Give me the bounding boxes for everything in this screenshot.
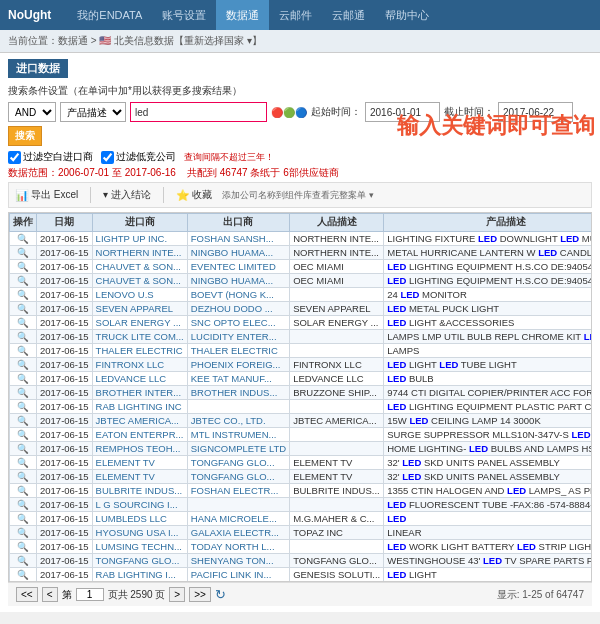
row-importer[interactable]: SOLAR ENERGY ... [92,316,187,330]
row-exporter[interactable] [187,400,289,414]
row-action[interactable]: 🔍 [10,498,37,512]
date-end-input[interactable] [498,102,573,122]
page-first-button[interactable]: << [16,587,38,602]
row-action[interactable]: 🔍 [10,330,37,344]
row-importer[interactable]: LUMBLEDS LLC [92,512,187,526]
row-action[interactable]: 🔍 [10,526,37,540]
row-exporter[interactable]: NINGBO HUAMA... [187,274,289,288]
row-importer[interactable]: ELEMENT TV [92,456,187,470]
row-importer[interactable]: RAB LIGHTING INC [92,400,187,414]
row-importer[interactable]: REMPHOS TEOH... [92,442,187,456]
row-exporter[interactable]: SNC OPTO ELEC... [187,316,289,330]
row-importer[interactable]: RAB LIGHTING I... [92,568,187,582]
row-recipient [290,442,384,456]
row-action[interactable]: 🔍 [10,302,37,316]
row-action[interactable]: 🔍 [10,316,37,330]
row-exporter[interactable]: TONGFANG GLO... [187,456,289,470]
row-importer[interactable]: BULBRITE INDUS... [92,484,187,498]
row-action[interactable]: 🔍 [10,414,37,428]
row-action[interactable]: 🔍 [10,540,37,554]
row-exporter[interactable]: PACIFIC LINK IN... [187,568,289,582]
row-action[interactable]: 🔍 [10,400,37,414]
checkbox-filter-low[interactable]: 过滤低竞公司 [101,150,176,164]
row-action[interactable]: 🔍 [10,442,37,456]
row-importer[interactable]: TRUCK LITE COM... [92,330,187,344]
nav-cloudmailtong[interactable]: 云邮通 [322,0,375,30]
row-action[interactable]: 🔍 [10,260,37,274]
filter-logic-select[interactable]: AND OR [8,102,56,122]
row-action[interactable]: 🔍 [10,456,37,470]
nav-account[interactable]: 账号设置 [152,0,216,30]
row-importer[interactable]: SEVEN APPAREL [92,302,187,316]
nav-cloudmail[interactable]: 云邮件 [269,0,322,30]
row-importer[interactable]: NORTHERN INTE... [92,246,187,260]
row-importer[interactable]: FINTRONX LLC [92,358,187,372]
import-btn[interactable]: ▾ 进入结论 [97,186,157,204]
row-importer[interactable]: CHAUVET & SON... [92,274,187,288]
page-last-button[interactable]: >> [189,587,211,602]
row-importer[interactable]: TONGFANG GLO... [92,554,187,568]
page-refresh-button[interactable]: ↻ [215,587,226,602]
page-next-button[interactable]: > [169,587,185,602]
row-exporter[interactable]: SHENYANG TON... [187,554,289,568]
row-exporter[interactable]: EVENTEC LIMITED [187,260,289,274]
row-importer[interactable]: LUMSING TECHN... [92,540,187,554]
checkbox-filter-empty[interactable]: 过滤空白进口商 [8,150,93,164]
row-action[interactable]: 🔍 [10,372,37,386]
row-exporter[interactable]: FOSHAN ELECTR... [187,484,289,498]
row-action[interactable]: 🔍 [10,568,37,582]
row-action[interactable]: 🔍 [10,246,37,260]
row-action[interactable]: 🔍 [10,470,37,484]
row-exporter[interactable]: HANA MICROELE... [187,512,289,526]
row-action[interactable]: 🔍 [10,554,37,568]
row-action[interactable]: 🔍 [10,512,37,526]
row-action[interactable]: 🔍 [10,386,37,400]
row-exporter[interactable]: TONGFANG GLO... [187,470,289,484]
export-excel-button[interactable]: 📊 导出 Excel [9,186,84,204]
row-action[interactable]: 🔍 [10,274,37,288]
nav-help[interactable]: 帮助中心 [375,0,439,30]
row-exporter[interactable]: SIGNCOMPLETE LTD [187,442,289,456]
keyword-input[interactable] [130,102,267,122]
row-action[interactable]: 🔍 [10,484,37,498]
row-importer[interactable]: THALER ELECTRIC [92,344,187,358]
row-importer[interactable]: ELEMENT TV [92,470,187,484]
row-exporter[interactable]: DEZHOU DODO ... [187,302,289,316]
row-exporter[interactable]: MTL INSTRUMEN... [187,428,289,442]
page-number-input[interactable] [76,588,104,601]
page-prev-button[interactable]: < [42,587,58,602]
nav-datatong[interactable]: 数据通 [216,0,269,30]
date-range-text: 数据范围：2006-07-01 至 2017-06-16 [8,167,176,178]
row-importer[interactable]: LENOVO U.S [92,288,187,302]
row-exporter[interactable]: BOEVT (HONG K... [187,288,289,302]
row-importer[interactable]: CHAUVET & SON... [92,260,187,274]
row-exporter[interactable]: THALER ELECTRIC [187,344,289,358]
row-action[interactable]: 🔍 [10,344,37,358]
row-exporter[interactable]: TODAY NORTH L... [187,540,289,554]
search-button[interactable]: 搜索 [8,126,42,146]
row-exporter[interactable]: FOSHAN SANSH... [187,232,289,246]
row-exporter[interactable]: JBTEC CO., LTD. [187,414,289,428]
row-action[interactable]: 🔍 [10,288,37,302]
row-exporter[interactable]: PHOENIX FOREIG... [187,358,289,372]
collect-button[interactable]: ⭐ 收藏 [170,186,218,204]
row-exporter[interactable]: NINGBO HUAMA... [187,246,289,260]
filter-field-select[interactable]: 产品描述 进口商 出口商 HS编码 [60,102,126,122]
date-start-input[interactable] [365,102,440,122]
row-importer[interactable]: LIGHTP UP INC. [92,232,187,246]
nav-myendata[interactable]: 我的ENDATA [67,0,152,30]
row-action[interactable]: 🔍 [10,358,37,372]
row-importer[interactable]: JBTEC AMERICA... [92,414,187,428]
row-exporter[interactable]: KEE TAT MANUF... [187,372,289,386]
row-exporter[interactable]: LUCIDITY ENTER... [187,330,289,344]
row-importer[interactable]: EATON ENTERPR... [92,428,187,442]
row-importer[interactable]: HYOSUNG USA I... [92,526,187,540]
row-exporter[interactable]: BROTHER INDUS... [187,386,289,400]
row-importer[interactable]: L G SOURCING I... [92,498,187,512]
row-action[interactable]: 🔍 [10,232,37,246]
row-action[interactable]: 🔍 [10,428,37,442]
row-importer[interactable]: BROTHER INTER... [92,386,187,400]
row-importer[interactable]: LEDVANCE LLC [92,372,187,386]
row-exporter[interactable]: GALAXIA ELECTR... [187,526,289,540]
row-exporter[interactable] [187,498,289,512]
